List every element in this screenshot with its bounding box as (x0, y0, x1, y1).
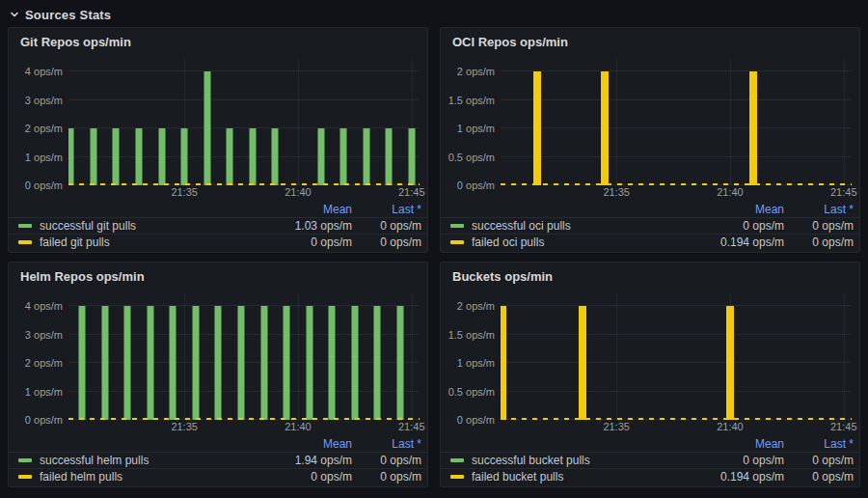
y-tick-label: 0 ops/m (457, 180, 495, 191)
x-axis: 21:3521:4021:45 (68, 186, 420, 201)
legend: MeanLast *successful helm pulls1.94 ops/… (9, 435, 427, 486)
legend-mean-header[interactable]: Mean (692, 437, 784, 451)
legend-header-row: MeanLast * (9, 202, 427, 217)
legend-series-row: successful bucket pulls0 ops/m0 ops/m (441, 452, 859, 468)
y-tick-label: 3 ops/m (25, 329, 63, 341)
data-bar (408, 128, 415, 185)
section-row-sources-stats[interactable]: Sources Stats (8, 4, 860, 25)
y-tick-label: 4 ops/m (25, 300, 63, 312)
series-last-value: 0 ops/m (352, 235, 421, 249)
panel-title[interactable]: OCI Repos ops/min (441, 28, 859, 55)
series-mean-value: 0.194 ops/m (692, 235, 784, 249)
y-tick-label: 1.5 ops/m (448, 95, 495, 106)
x-tick-label: 21:40 (285, 186, 312, 198)
legend-series-label[interactable]: failed git pulls (18, 235, 259, 249)
data-bar (90, 128, 96, 185)
data-bar (351, 306, 358, 420)
series-color-chip (18, 475, 32, 479)
legend-mean-header[interactable]: Mean (259, 203, 352, 216)
data-bar (396, 306, 403, 420)
y-tick-label: 2 ops/m (25, 357, 63, 369)
legend-last-header[interactable]: Last * (784, 437, 854, 451)
x-axis: 21:3521:4021:45 (501, 421, 852, 435)
plot-region[interactable] (501, 59, 852, 185)
data-bar (158, 128, 165, 185)
data-bar (501, 306, 506, 420)
chart-area: 0 ops/m1 ops/m2 ops/m3 ops/m4 ops/m (9, 55, 427, 185)
gridline (501, 156, 852, 157)
x-tick-label: 21:40 (717, 421, 744, 432)
gridline (616, 293, 617, 420)
chart-area: 0 ops/m0.5 ops/m1 ops/m1.5 ops/m2 ops/m (441, 290, 859, 420)
y-tick-label: 0 ops/m (457, 414, 495, 426)
series-mean-value: 0 ops/m (692, 454, 784, 467)
data-bar (601, 71, 609, 185)
y-tick-label: 2 ops/m (25, 123, 63, 134)
x-tick-label: 21:40 (717, 186, 744, 198)
gridline (501, 305, 852, 306)
data-bar (238, 306, 245, 420)
data-bar (215, 306, 222, 420)
series-color-chip (18, 240, 32, 244)
y-tick-label: 2 ops/m (457, 300, 495, 312)
x-tick-label: 21:45 (398, 421, 425, 432)
gridline (298, 293, 299, 420)
legend-series-label[interactable]: successful git pulls (18, 219, 259, 233)
plot-region[interactable] (68, 59, 420, 185)
data-bar (284, 306, 290, 420)
legend-mean-header[interactable]: Mean (692, 203, 784, 216)
panel-helm-repos: Helm Repos ops/min 0 ops/m1 ops/m2 ops/m… (8, 262, 428, 487)
legend-last-header[interactable]: Last * (352, 437, 421, 451)
legend-last-header[interactable]: Last * (784, 203, 854, 216)
zero-value-dashed-line (501, 183, 852, 185)
data-bar (272, 128, 279, 185)
data-bar (147, 306, 153, 420)
series-color-chip (450, 458, 464, 462)
legend-header-row: MeanLast * (9, 436, 427, 452)
series-name-text: failed bucket pulls (472, 470, 563, 484)
series-name-text: failed oci pulls (472, 235, 544, 249)
legend-header-row: MeanLast * (441, 202, 859, 217)
legend-series-label[interactable]: successful bucket pulls (450, 454, 692, 467)
panel-title[interactable]: Buckets ops/min (441, 263, 859, 290)
gridline (730, 59, 731, 185)
y-axis: 0 ops/m1 ops/m2 ops/m3 ops/m4 ops/m (14, 59, 68, 185)
y-tick-label: 0 ops/m (25, 414, 63, 426)
legend-series-label[interactable]: failed helm pulls (18, 470, 259, 484)
series-last-value: 0 ops/m (352, 219, 421, 233)
legend-series-label[interactable]: successful oci pulls (450, 219, 692, 233)
gridline (501, 334, 852, 335)
data-bar (329, 306, 336, 420)
x-axis: 21:3521:4021:45 (501, 186, 852, 201)
data-bar (227, 128, 233, 185)
y-tick-label: 2 ops/m (457, 66, 495, 77)
legend-series-row: failed git pulls0 ops/m0 ops/m (9, 234, 427, 250)
panel-title[interactable]: Helm Repos ops/min (9, 263, 427, 290)
x-tick-label: 21:35 (171, 186, 198, 198)
legend-series-row: successful oci pulls0 ops/m0 ops/m (441, 217, 859, 234)
legend-series-row: failed helm pulls0 ops/m0 ops/m (9, 468, 427, 484)
y-tick-label: 0.5 ops/m (448, 152, 495, 163)
data-bar (101, 306, 108, 420)
data-bar (386, 128, 393, 185)
legend-mean-header[interactable]: Mean (259, 437, 352, 451)
y-tick-label: 1 ops/m (457, 123, 495, 134)
y-tick-label: 3 ops/m (25, 95, 63, 106)
series-last-value: 0 ops/m (784, 454, 854, 467)
data-bar (260, 306, 267, 420)
y-tick-label: 1.5 ops/m (448, 329, 495, 341)
legend-last-header[interactable]: Last * (352, 203, 421, 216)
legend-series-label[interactable]: successful helm pulls (18, 454, 259, 467)
legend-series-label[interactable]: failed oci pulls (450, 235, 692, 249)
series-last-value: 0 ops/m (352, 470, 421, 484)
plot-region[interactable] (501, 293, 852, 420)
panel-title[interactable]: Git Repos ops/min (9, 28, 427, 55)
series-mean-value: 1.03 ops/m (259, 219, 352, 233)
data-bar (726, 306, 734, 420)
plot-region[interactable] (68, 293, 420, 420)
gridline (501, 362, 852, 363)
legend-series-label[interactable]: failed bucket pulls (450, 470, 692, 484)
data-bar (203, 71, 210, 185)
series-color-chip (450, 475, 464, 479)
data-bar (170, 306, 176, 420)
